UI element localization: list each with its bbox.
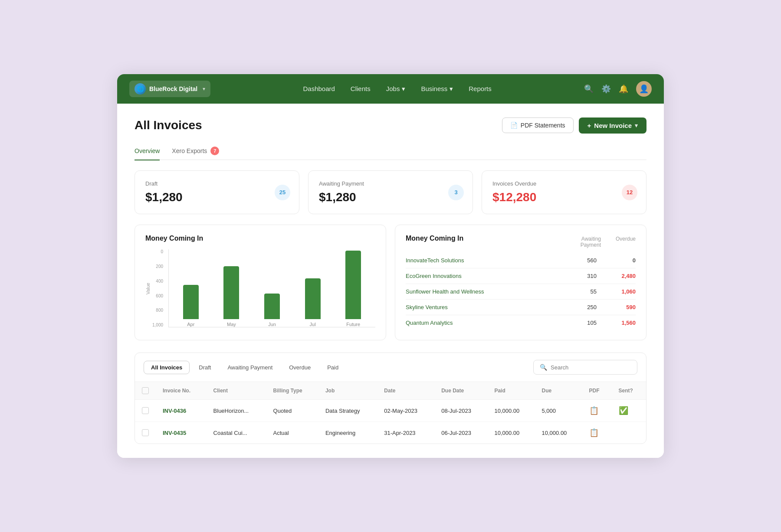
money-awaiting-4: 105	[558, 320, 597, 326]
row-0-job: Data Strategy	[318, 400, 377, 422]
invoice-search-box[interactable]: 🔍	[533, 360, 637, 375]
stat-draft-value: $1,280	[145, 190, 289, 204]
row-0-checkbox-cell	[135, 400, 156, 422]
brand-selector[interactable]: 🌐 BlueRock Digital ▾	[129, 81, 210, 97]
tab-xero-exports[interactable]: Xero Exports 7	[172, 142, 219, 160]
row-0-client: BlueHorizon...	[207, 400, 266, 422]
invoice-search-input[interactable]	[551, 364, 631, 371]
pdf-icon-1[interactable]: 📋	[589, 428, 599, 437]
filter-tab-awaiting[interactable]: Awaiting Payment	[220, 361, 280, 374]
bars-container: Apr May Jun Jul	[168, 249, 375, 327]
row-0-checkbox[interactable]	[142, 407, 149, 414]
new-invoice-button[interactable]: + New Invoice ▾	[579, 117, 646, 134]
invoice-no-0[interactable]: INV-0436	[163, 408, 186, 414]
money-client-0[interactable]: InnovateTech Solutions	[406, 257, 558, 264]
sent-icon-0[interactable]: ✅	[619, 406, 628, 415]
bar-future-label: Future	[346, 322, 360, 327]
th-job: Job	[318, 382, 377, 400]
nav-dashboard[interactable]: Dashboard	[303, 85, 335, 93]
row-0-date: 02-May-2023	[377, 400, 434, 422]
stat-draft-badge: 25	[275, 185, 290, 200]
stat-awaiting-label: Awaiting Payment	[319, 180, 462, 187]
row-1-client: Coastal Cui...	[207, 422, 266, 444]
nav-reports[interactable]: Reports	[469, 85, 492, 93]
y-tick-200: 200	[156, 264, 163, 269]
invoice-filters: All Invoices Draft Awaiting Payment Over…	[135, 353, 646, 382]
search-icon[interactable]: 🔍	[584, 84, 594, 94]
y-tick-400: 400	[156, 279, 163, 284]
th-client: Client	[207, 382, 266, 400]
row-1-due-date: 06-Jul-2023	[434, 422, 487, 444]
money-client-1[interactable]: EcoGreen Innovations	[406, 273, 558, 279]
money-table-row: Skyline Ventures 250 590	[406, 300, 636, 315]
pdf-icon-0[interactable]: 📋	[589, 406, 599, 415]
business-chevron-icon: ▾	[450, 85, 453, 93]
row-0-invoice-no: INV-0436	[156, 400, 207, 422]
nav-jobs[interactable]: Jobs ▾	[386, 85, 406, 93]
th-billing-type: Billing Type	[266, 382, 318, 400]
nav-clients[interactable]: Clients	[351, 85, 371, 93]
y-axis-label: Value	[145, 283, 151, 294]
money-client-2[interactable]: Sunflower Health and Wellness	[406, 288, 558, 295]
page-tabs: Overview Xero Exports 7	[135, 142, 646, 160]
th-checkbox	[135, 382, 156, 400]
bell-icon[interactable]: 🔔	[619, 84, 628, 94]
user-avatar[interactable]: 👤	[636, 81, 652, 97]
stat-card-overdue: Invoices Overdue $12,280 12	[482, 170, 646, 214]
invoice-no-1[interactable]: INV-0435	[163, 430, 186, 436]
brand-chevron-icon: ▾	[203, 86, 205, 92]
stat-overdue-value: $12,280	[492, 190, 636, 204]
select-all-checkbox[interactable]	[142, 387, 149, 394]
row-0-paid: 10,000.00	[487, 400, 535, 422]
bar-jun-rect	[264, 294, 280, 319]
row-1-job: Engineering	[318, 422, 377, 444]
nav-links: Dashboard Clients Jobs ▾ Business ▾ Repo…	[228, 85, 567, 93]
row-1-billing-type: Actual	[266, 422, 318, 444]
stat-overdue-badge: 12	[622, 185, 637, 200]
filter-tab-draft[interactable]: Draft	[191, 361, 218, 374]
row-0-sent: ✅	[612, 400, 646, 422]
nav-actions: 🔍 ⚙️ 🔔 👤	[584, 81, 652, 97]
search-icon: 🔍	[540, 364, 547, 371]
navbar: 🌐 BlueRock Digital ▾ Dashboard Clients J…	[117, 74, 664, 104]
th-paid: Paid	[487, 382, 535, 400]
tab-overview[interactable]: Overview	[135, 142, 160, 160]
row-1-paid: 10,000.00	[487, 422, 535, 444]
row-0-due-date: 08-Jul-2023	[434, 400, 487, 422]
table-row: INV-0435 Coastal Cui... Actual Engineeri…	[135, 422, 646, 444]
bar-future-rect	[345, 251, 361, 319]
stat-card-awaiting: Awaiting Payment $1,280 3	[308, 170, 473, 214]
bar-jun-label: Jun	[268, 322, 276, 327]
bar-future: Future	[338, 251, 368, 327]
money-awaiting-0: 560	[558, 257, 597, 264]
th-invoice-no: Invoice No.	[156, 382, 207, 400]
row-1-checkbox[interactable]	[142, 429, 149, 436]
main-content: All Invoices 📄 PDF Statements + New Invo…	[117, 104, 664, 458]
invoice-section: All Invoices Draft Awaiting Payment Over…	[135, 352, 646, 444]
filter-tab-paid[interactable]: Paid	[320, 361, 346, 374]
money-table-awaiting-header: Awaiting Payment	[562, 236, 601, 248]
table-row: INV-0436 BlueHorizon... Quoted Data Stra…	[135, 400, 646, 422]
brand-globe-icon: 🌐	[135, 83, 146, 95]
bar-chart-title: Money Coming In	[145, 235, 375, 242]
stat-cards: Draft $1,280 25 Awaiting Payment $1,280 …	[135, 170, 646, 214]
row-1-invoice-no: INV-0435	[156, 422, 207, 444]
bar-may-label: May	[227, 322, 236, 327]
th-date: Date	[377, 382, 434, 400]
bar-apr-rect	[183, 285, 199, 319]
filter-tab-all[interactable]: All Invoices	[144, 361, 190, 374]
gear-icon[interactable]: ⚙️	[601, 84, 611, 94]
money-table-row: Sunflower Health and Wellness 55 1,060	[406, 284, 636, 300]
file-icon: 📄	[510, 122, 518, 129]
invoice-filter-tabs: All Invoices Draft Awaiting Payment Over…	[144, 361, 346, 374]
pdf-statements-button[interactable]: 📄 PDF Statements	[502, 117, 574, 133]
money-client-4[interactable]: Quantum Analytics	[406, 320, 558, 326]
filter-tab-overdue[interactable]: Overdue	[282, 361, 318, 374]
charts-row: Money Coming In Value 1,000 800 600 400 …	[135, 225, 646, 340]
bar-jul: Jul	[298, 278, 328, 327]
invoice-table: Invoice No. Client Billing Type Job Date…	[135, 382, 646, 444]
brand-name: BlueRock Digital	[149, 85, 197, 92]
nav-business[interactable]: Business ▾	[421, 85, 453, 93]
app-window: 🌐 BlueRock Digital ▾ Dashboard Clients J…	[117, 74, 664, 458]
money-client-3[interactable]: Skyline Ventures	[406, 304, 558, 310]
